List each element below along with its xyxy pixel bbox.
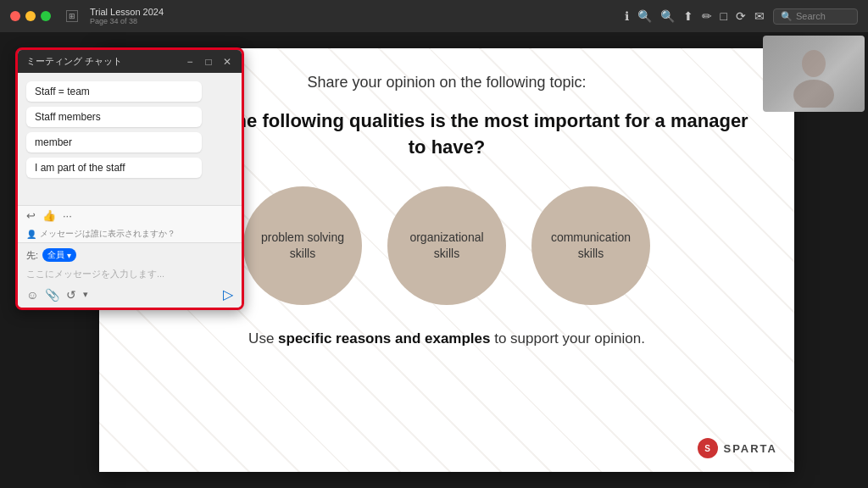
page-indicator: Page 34 of 38 <box>90 17 137 25</box>
title-info: Trial Lesson 2024 Page 34 of 38 <box>90 7 164 25</box>
chat-title: ミーティング チャット <box>26 55 122 68</box>
pen-icon[interactable]: ✏ <box>702 9 712 23</box>
all-label: 全員 <box>47 249 64 261</box>
gif-button[interactable]: ↺ <box>66 288 76 302</box>
more-options-button[interactable]: ▾ <box>83 289 88 300</box>
privacy-text: メッセージは誰に表示されますか？ <box>40 228 175 240</box>
chat-title-controls: − □ ✕ <box>184 56 233 68</box>
emoji-button[interactable]: ☺ <box>26 288 38 302</box>
person-silhouette <box>780 40 848 108</box>
chat-maximize-button[interactable]: □ <box>203 56 214 68</box>
chat-message-3: member <box>26 132 202 152</box>
search-bar[interactable]: 🔍 Search <box>773 8 858 25</box>
zoom-out-icon[interactable]: 🔍 <box>637 9 652 23</box>
chat-input-placeholder[interactable]: ここにメッセージを入力します... <box>26 265 233 283</box>
sync-icon[interactable]: ⟳ <box>736 9 746 23</box>
main-area: Share your opinion on the following topi… <box>0 32 868 488</box>
svg-point-1 <box>793 80 834 108</box>
chat-messages: Staff = team Staff members member I am p… <box>18 73 242 205</box>
skill-circle-org: organizationalskills <box>387 186 506 305</box>
chat-privacy-notice: 👤 メッセージは誰に表示されますか？ <box>18 225 242 242</box>
chat-minimize-button[interactable]: − <box>184 56 196 68</box>
toolbar: ℹ 🔍 🔍 ⬆ ✏ □ ⟳ ✉ 🔍 Search <box>625 8 858 25</box>
square-icon[interactable]: □ <box>721 9 727 23</box>
skill-circle-comm: communicationskills <box>531 186 650 305</box>
search-icon: 🔍 <box>781 11 793 22</box>
skill-circle-problem: problem solvingskills <box>243 186 362 305</box>
chat-message-4: I am part of the staff <box>26 158 202 178</box>
sparta-logo: S SPARTA <box>698 438 777 458</box>
chevron-down-icon: ▾ <box>67 251 71 260</box>
chat-message-1: Staff = team <box>26 81 202 102</box>
chat-all-badge[interactable]: 全員 ▾ <box>42 248 76 262</box>
send-button[interactable]: ▷ <box>223 286 233 302</box>
chat-panel: ミーティング チャット − □ ✕ Staff = team Staff mem… <box>15 47 244 310</box>
share-icon[interactable]: ⬆ <box>683 9 693 23</box>
like-icon[interactable]: 👍 <box>42 209 56 222</box>
slide-instruction: Use specific reasons and examples to sup… <box>142 330 752 347</box>
chat-action-bar: ↩ 👍 ··· <box>18 205 242 225</box>
video-thumbnail <box>763 36 865 112</box>
title-bar: ⊞ Trial Lesson 2024 Page 34 of 38 ℹ 🔍 🔍 … <box>0 0 868 32</box>
sparta-label: SPARTA <box>723 442 777 455</box>
close-traffic-light[interactable] <box>10 11 20 21</box>
instruction-emphasis: specific reasons and examples <box>278 330 490 347</box>
info-icon[interactable]: ℹ <box>625 9 629 23</box>
svg-point-0 <box>802 50 826 77</box>
window-icon[interactable]: ⊞ <box>66 10 78 22</box>
chat-footer: 先: 全員 ▾ ここにメッセージを入力します... ☺ 📎 ↺ ▾ ▷ <box>18 242 242 308</box>
mail-icon[interactable]: ✉ <box>754 9 765 23</box>
maximize-traffic-light[interactable] <box>41 11 51 21</box>
minimize-traffic-light[interactable] <box>25 11 36 21</box>
zoom-in-icon[interactable]: 🔍 <box>660 9 675 23</box>
sparta-icon: S <box>698 438 718 458</box>
to-label: 先: <box>26 249 38 262</box>
reply-icon[interactable]: ↩ <box>26 209 36 222</box>
traffic-lights <box>10 11 51 21</box>
person-icon: 👤 <box>26 230 36 239</box>
chat-close-button[interactable]: ✕ <box>221 56 233 68</box>
window-title: Trial Lesson 2024 <box>90 7 164 17</box>
chat-bottom-toolbar: ☺ 📎 ↺ ▾ ▷ <box>26 286 233 302</box>
search-placeholder: Search <box>796 11 826 21</box>
chat-to-row: 先: 全員 ▾ <box>26 248 233 262</box>
attach-button[interactable]: 📎 <box>45 288 59 302</box>
chat-title-bar: ミーティング チャット − □ ✕ <box>18 50 242 73</box>
more-icon[interactable]: ··· <box>63 209 72 222</box>
video-thumb-inner <box>763 36 865 112</box>
chat-message-2: Staff members <box>26 107 202 127</box>
